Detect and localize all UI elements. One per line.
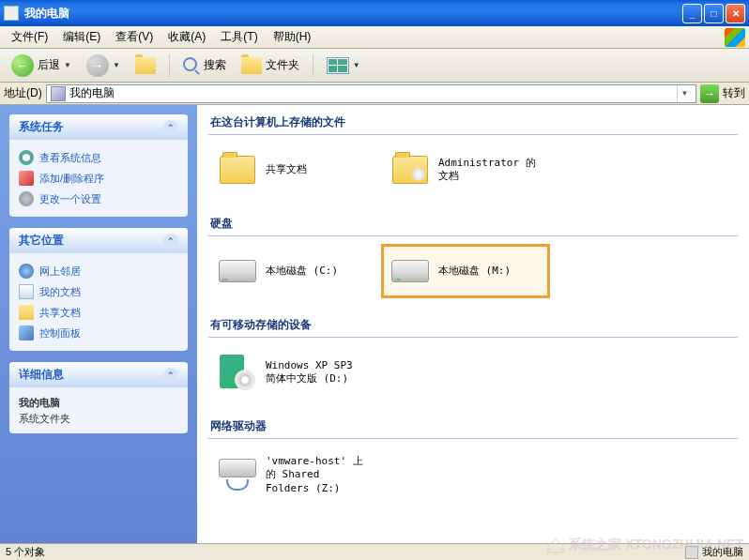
network-drive-z-item[interactable]: 'vmware-host' 上的 Shared Folders (Z:) [208, 446, 377, 504]
network-drive-icon [217, 456, 258, 493]
item-label: 本地磁盘 (C:) [266, 265, 338, 278]
admin-documents-item[interactable]: Administrator 的文档 [381, 143, 550, 197]
shared-documents-link[interactable]: 共享文档 [19, 302, 178, 323]
sidebar: 系统任务 ⌃ 查看系统信息 添加/删除程序 更改一个设置 其它位置 ⌃ 网上邻居… [0, 105, 197, 543]
files-stored-header: 在这台计算机上存储的文件 [208, 109, 738, 135]
menu-view[interactable]: 查看(V) [108, 27, 160, 47]
network-places-link[interactable]: 网上邻居 [19, 261, 178, 281]
removable-header: 有可移动存储的设备 [208, 311, 738, 338]
system-tasks-title: 系统任务 [19, 119, 64, 135]
system-tasks-header[interactable]: 系统任务 ⌃ [9, 114, 188, 140]
task-label: 控制面板 [39, 326, 81, 341]
status-right-text: 我的电脑 [702, 545, 743, 559]
menu-help[interactable]: 帮助(H) [266, 27, 319, 47]
info-icon [19, 150, 34, 165]
back-label: 后退 [38, 57, 60, 73]
other-places-body: 网上邻居 我的文档 共享文档 控制面板 [9, 253, 188, 351]
status-bar: 5 个对象 我的电脑 [0, 543, 749, 560]
status-right: 我的电脑 [685, 545, 743, 559]
item-label: 本地磁盘 (M:) [438, 265, 511, 278]
task-label: 共享文档 [39, 306, 81, 320]
menu-tools[interactable]: 工具(T) [213, 27, 265, 47]
item-label: Windows XP SP3 简体中文版 (D:) [266, 359, 369, 386]
search-icon [183, 57, 200, 74]
other-places-panel: 其它位置 ⌃ 网上邻居 我的文档 共享文档 控制面板 [9, 228, 188, 351]
folder-icon [19, 305, 34, 320]
drive-icon [390, 252, 431, 290]
shared-documents-item[interactable]: 共享文档 [208, 143, 377, 197]
folders-label: 文件夹 [266, 57, 299, 73]
files-stored-items: 共享文档 Administrator 的文档 [208, 143, 738, 197]
close-button[interactable]: ✕ [726, 4, 745, 23]
drive-icon [217, 252, 258, 290]
address-value: 我的电脑 [69, 85, 115, 101]
status-icon [685, 546, 698, 559]
up-button[interactable] [130, 55, 161, 76]
folders-button[interactable]: 文件夹 [236, 55, 305, 76]
details-name: 我的电脑 [19, 395, 178, 411]
system-tasks-panel: 系统任务 ⌃ 查看系统信息 添加/删除程序 更改一个设置 [9, 114, 188, 217]
folders-icon [241, 57, 262, 74]
windows-flag-icon [725, 28, 745, 47]
other-places-header[interactable]: 其它位置 ⌃ [9, 228, 188, 253]
address-input[interactable]: 我的电脑 ▼ [46, 84, 696, 103]
window-controls: _ □ ✕ [682, 4, 745, 23]
address-label: 地址(D) [4, 85, 42, 101]
back-arrow-icon: ← [11, 54, 34, 77]
local-disk-m-item[interactable]: 本地磁盘 (M:) [381, 244, 550, 298]
hard-disks-header: 硬盘 [208, 210, 738, 236]
view-system-info-link[interactable]: 查看系统信息 [19, 147, 178, 168]
details-title: 详细信息 [19, 367, 64, 383]
network-icon [19, 264, 34, 279]
separator [313, 54, 313, 77]
folder-icon [217, 151, 258, 189]
maximize-button[interactable]: □ [704, 4, 724, 23]
go-button[interactable]: → [700, 84, 719, 103]
window-title: 我的电脑 [24, 6, 682, 22]
removable-items: Windows XP SP3 简体中文版 (D:) [208, 345, 738, 400]
menu-file[interactable]: 文件(F) [4, 27, 55, 47]
gear-icon [19, 191, 34, 206]
network-drives-items: 'vmware-host' 上的 Shared Folders (Z:) [208, 446, 738, 504]
documents-icon [19, 284, 34, 299]
back-dropdown-icon: ▼ [64, 61, 71, 69]
app-icon [4, 6, 19, 21]
local-disk-c-item[interactable]: 本地磁盘 (C:) [208, 244, 377, 298]
network-drives-header: 网络驱动器 [208, 413, 738, 439]
menu-favorites[interactable]: 收藏(A) [160, 27, 213, 47]
item-label: 'vmware-host' 上的 Shared Folders (Z:) [266, 455, 369, 495]
address-bar: 地址(D) 我的电脑 ▼ → 转到 [0, 83, 749, 105]
details-panel: 详细信息 ⌃ 我的电脑 系统文件夹 [9, 362, 188, 433]
back-button[interactable]: ← 后退 ▼ [6, 53, 77, 79]
forward-dropdown-icon: ▼ [113, 61, 120, 69]
forward-button[interactable]: → ▼ [81, 53, 126, 79]
task-label: 添加/删除程序 [39, 172, 104, 186]
item-label: 共享文档 [266, 163, 307, 176]
minimize-button[interactable]: _ [682, 4, 702, 23]
search-button[interactable]: 搜索 [177, 55, 232, 76]
task-label: 查看系统信息 [39, 151, 101, 165]
collapse-icon: ⌃ [163, 234, 178, 249]
user-folder-icon [390, 151, 431, 189]
my-documents-link[interactable]: 我的文档 [19, 281, 178, 302]
go-label: 转到 [723, 85, 745, 101]
item-label: Administrator 的文档 [438, 157, 542, 184]
collapse-icon: ⌃ [163, 368, 178, 383]
add-remove-programs-link[interactable]: 添加/删除程序 [19, 168, 178, 189]
task-label: 更改一个设置 [39, 192, 101, 206]
control-panel-link[interactable]: 控制面板 [19, 323, 178, 343]
hard-disks-items: 本地磁盘 (C:) 本地磁盘 (M:) [208, 244, 738, 298]
task-label: 我的文档 [39, 285, 81, 299]
menu-edit[interactable]: 编辑(E) [55, 27, 108, 47]
views-button[interactable]: ▼ [321, 55, 366, 76]
up-folder-icon [135, 57, 156, 74]
cd-drive-item[interactable]: Windows XP SP3 简体中文版 (D:) [208, 345, 377, 400]
details-header[interactable]: 详细信息 ⌃ [9, 362, 188, 387]
title-bar: 我的电脑 _ □ ✕ [0, 0, 749, 26]
views-dropdown-icon: ▼ [353, 61, 360, 69]
system-tasks-body: 查看系统信息 添加/删除程序 更改一个设置 [9, 140, 188, 217]
address-dropdown-icon[interactable]: ▼ [677, 85, 692, 102]
change-setting-link[interactable]: 更改一个设置 [19, 189, 178, 209]
cd-icon [217, 354, 258, 391]
address-icon [51, 86, 66, 101]
